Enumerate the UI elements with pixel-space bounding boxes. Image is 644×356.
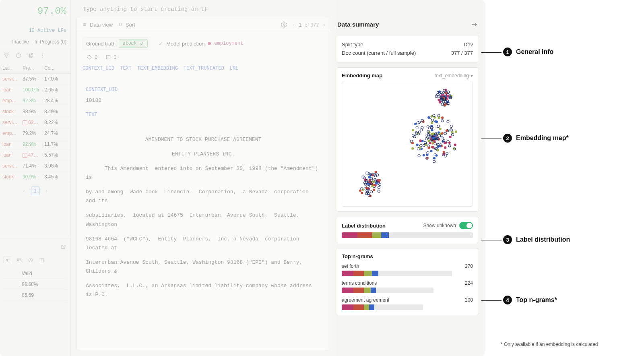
open-external-icon[interactable]: [27, 52, 34, 59]
col-coverage[interactable]: Co...: [42, 63, 70, 74]
doc-prev[interactable]: ‹: [293, 22, 295, 28]
table-row[interactable]: stock88.9%8.49%: [0, 106, 70, 117]
filter-icon[interactable]: [3, 52, 10, 59]
svg-point-178: [447, 120, 449, 123]
doc-pager: ‹ 1 of 377 ›: [293, 22, 325, 28]
dist-segment[interactable]: [372, 232, 381, 238]
lf-pager: ‹ 1 ›: [0, 182, 70, 199]
svg-point-175: [441, 132, 444, 135]
svg-point-214: [427, 134, 430, 136]
svg-point-200: [423, 154, 425, 157]
gear-icon[interactable]: [281, 21, 287, 28]
tab-in-progress[interactable]: In Progress (0): [35, 39, 66, 45]
svg-point-157: [430, 150, 433, 152]
svg-point-297: [361, 192, 363, 194]
ctx-uid-label: CONTEXT_UID: [86, 86, 321, 94]
field-chip[interactable]: CONTEXT_UID: [83, 66, 114, 71]
stat-valid: Valid: [3, 268, 67, 279]
more-icon[interactable]: [39, 52, 46, 59]
pager-prev[interactable]: ‹: [20, 186, 29, 195]
ngram-row[interactable]: agreement agreement200: [342, 297, 473, 310]
table-row[interactable]: services87.5%17.0%: [0, 74, 70, 85]
sort-button[interactable]: Sort: [118, 22, 135, 28]
tag-count[interactable]: 0: [87, 54, 97, 60]
target-icon[interactable]: [27, 257, 34, 263]
general-info-card: Split type Dev Doc count (current / full…: [336, 35, 479, 62]
svg-point-127: [427, 139, 430, 142]
svg-point-232: [416, 126, 418, 129]
dist-segment[interactable]: [389, 232, 473, 238]
table-row[interactable]: services!62.5%8.22%: [0, 117, 70, 128]
svg-point-238: [432, 141, 434, 144]
svg-point-218: [438, 135, 440, 137]
open-external-icon[interactable]: [60, 244, 66, 250]
pager-next[interactable]: ›: [42, 186, 51, 195]
doc-paragraph: Associates, L.L.C., an Arkansas limited …: [86, 281, 321, 299]
ground-truth-tag[interactable]: stock: [119, 39, 148, 48]
doc-paragraph: by and among Wade Cook Financial Corpora…: [86, 188, 321, 205]
table-row[interactable]: loan100.0%2.65%: [0, 85, 70, 95]
collapse-icon[interactable]: [471, 21, 477, 28]
copy-icon[interactable]: [16, 257, 23, 263]
field-chip[interactable]: URL: [230, 66, 239, 71]
dropdown-toggle[interactable]: ▾: [3, 256, 11, 264]
svg-point-254: [364, 178, 366, 181]
svg-point-2: [42, 57, 43, 58]
table-row[interactable]: loan92.9%11.7%: [0, 139, 70, 150]
svg-point-172: [436, 120, 438, 123]
field-chip[interactable]: TEXT_EMBEDDING: [137, 66, 178, 71]
svg-point-251: [378, 190, 380, 192]
annot-1-text: General info: [516, 48, 553, 56]
annot-4-badge: 4: [503, 296, 512, 304]
ngram-row[interactable]: set forth270: [342, 263, 473, 276]
col-label[interactable]: La...: [0, 63, 20, 74]
tab-inactive[interactable]: Inactive: [12, 39, 29, 45]
lf-create-input[interactable]: [82, 6, 473, 13]
embedding-map[interactable]: [342, 82, 473, 207]
pager-page[interactable]: 1: [31, 186, 40, 195]
svg-point-206: [427, 151, 429, 154]
svg-point-128: [439, 128, 442, 130]
svg-point-213: [443, 151, 445, 153]
columns-icon[interactable]: [39, 257, 45, 263]
dist-segment[interactable]: [342, 232, 357, 238]
svg-point-72: [442, 94, 444, 96]
svg-point-186: [413, 135, 416, 138]
embedding-field-dropdown[interactable]: text_embedding ▾: [435, 73, 473, 79]
svg-point-83: [448, 145, 451, 147]
active-lfs-label: 10 Active LFs: [4, 28, 66, 33]
table-row[interactable]: stock90.9%3.45%: [0, 172, 70, 182]
svg-point-191: [450, 125, 452, 127]
ngram-row[interactable]: terms conditions224: [342, 280, 473, 293]
svg-point-74: [446, 95, 449, 97]
field-chip[interactable]: TEXT_TRUNCATED: [184, 66, 224, 71]
summary-title: Data summary: [337, 21, 379, 28]
doc-next[interactable]: ›: [323, 22, 325, 28]
comment-count[interactable]: 0: [105, 54, 116, 60]
table-row[interactable]: loan!47.4%5.57%: [0, 150, 70, 161]
annot-1-badge: 1: [503, 48, 512, 56]
sidebar-top: 97.0% 10 Active LFs: [0, 0, 70, 35]
dist-segment[interactable]: [381, 232, 389, 238]
text-label: TEXT: [86, 111, 321, 119]
data-view-button[interactable]: Data view: [82, 22, 113, 28]
svg-point-76: [445, 92, 447, 94]
ground-truth-box: Ground truth stock: [83, 37, 151, 50]
svg-point-137: [454, 143, 456, 146]
refresh-icon[interactable]: [15, 52, 22, 59]
comment-icon: [105, 54, 111, 60]
svg-point-0: [42, 54, 43, 54]
dist-segment[interactable]: [357, 232, 372, 238]
label-dist-bar[interactable]: [342, 232, 473, 238]
show-unknown-toggle[interactable]: [459, 222, 473, 229]
svg-point-63: [444, 104, 446, 107]
field-chip[interactable]: TEXT: [120, 66, 132, 71]
svg-point-182: [419, 147, 421, 149]
table-row[interactable]: employme79.2%24.7%: [0, 128, 70, 139]
svg-point-208: [438, 116, 440, 119]
col-precision[interactable]: Pre...: [20, 63, 42, 74]
svg-point-95: [428, 137, 431, 139]
table-row[interactable]: employme92.3%28.4%: [0, 95, 70, 106]
prediction-value: employment: [214, 41, 243, 46]
table-row[interactable]: services71.4%3.98%: [0, 161, 70, 172]
